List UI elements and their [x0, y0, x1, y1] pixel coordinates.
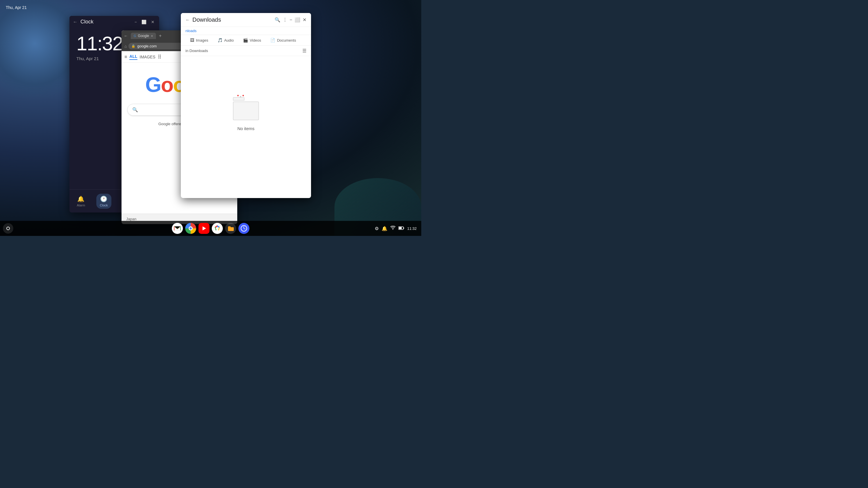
svg-rect-7 [404, 228, 404, 229]
settings-icon[interactable]: ⚙ [375, 226, 379, 231]
wifi-icon [390, 226, 396, 231]
downloads-more-button[interactable]: ⋮ [283, 17, 287, 23]
downloads-tab-videos[interactable]: 🎬 Videos [239, 35, 266, 45]
clock-nav-clock-label: Clock [100, 203, 108, 207]
downloads-search-button[interactable]: 🔍 [275, 17, 280, 23]
google-apps-icon[interactable]: ⠿ [158, 54, 161, 60]
clock-nav-alarm[interactable]: 🔔 Alarm [73, 194, 89, 209]
wifi-signal-icon [390, 226, 396, 230]
browser-tab-label: Google [138, 34, 149, 38]
folder-tab-shape [233, 97, 245, 101]
clock-close-button[interactable]: ✕ [150, 19, 156, 25]
taskbar-app-photos[interactable] [212, 223, 223, 234]
browser-tab-google[interactable]: G Google ✕ [131, 33, 156, 39]
google-menu-icon[interactable]: ≡ [124, 54, 127, 60]
taskbar-status-area: ⚙ 🔔 11:32 [375, 226, 416, 231]
documents-tab-icon: 📄 [270, 38, 275, 42]
svg-rect-8 [399, 227, 402, 229]
downloads-tabs: 🖼 Images 🎵 Audio 🎬 Videos 📄 Documents [181, 35, 311, 46]
downloads-minimize-button[interactable]: − [290, 18, 292, 23]
taskbar-app-chrome[interactable] [185, 223, 196, 234]
downloads-tab-audio[interactable]: 🎵 Audio [213, 35, 239, 45]
browser-new-tab-button[interactable]: + [157, 33, 163, 39]
downloads-empty-state: No items [181, 56, 311, 172]
folder-dot-1 [237, 95, 239, 96]
images-tab-label: Images [196, 38, 208, 42]
clock-maximize-button[interactable]: ⬜ [140, 19, 148, 25]
downloads-list-header: in Downloads ☰ [181, 46, 311, 56]
videos-tab-icon: 🎬 [243, 38, 248, 42]
notification-icon[interactable]: 🔔 [382, 226, 388, 231]
battery-level-icon [398, 226, 404, 230]
taskbar-app-clock[interactable] [239, 223, 249, 234]
desktop-datetime: Thu, Apr 21 [6, 5, 27, 10]
alarm-icon: 🔔 [77, 195, 85, 202]
clock-date-display: Thu, Apr 21 [76, 56, 99, 61]
clock-minimize-button[interactable]: − [133, 19, 138, 25]
audio-tab-label: Audio [224, 38, 234, 42]
taskbar-app-youtube[interactable] [198, 223, 210, 234]
browser-tab-close-icon[interactable]: ✕ [151, 34, 153, 38]
downloads-titlebar: ← Downloads 🔍 ⋮ − ⬜ ✕ [181, 13, 311, 27]
chrome-inner-circle [189, 226, 193, 230]
downloads-window: ← Downloads 🔍 ⋮ − ⬜ ✕ nloads 🖼 Images 🎵 … [181, 13, 311, 198]
folder-dot-3 [243, 95, 244, 96]
browser-home-button[interactable]: ⌂ [124, 44, 127, 48]
clock-win-controls: − ⬜ ✕ [133, 19, 156, 25]
lock-icon: 🔒 [131, 44, 135, 48]
clock-nav-clock[interactable]: 🕐 Clock [96, 194, 112, 209]
gmail-icon [172, 223, 183, 234]
downloads-search-text: in Downloads [185, 48, 208, 53]
clock-titlebar: ← Clock − ⬜ ✕ [69, 16, 159, 28]
svg-point-3 [216, 227, 219, 230]
taskbar-time: 11:32 [407, 226, 416, 231]
browser-url-text: google.com [137, 44, 157, 48]
taskbar: ⚙ 🔔 11:32 [0, 221, 421, 236]
taskbar-app-files[interactable] [225, 223, 236, 234]
taskbar-app-gmail[interactable] [172, 223, 183, 234]
clock-back-button[interactable]: ← [73, 20, 78, 25]
downloads-list-view-icon[interactable]: ☰ [302, 48, 306, 54]
windows-container: ← Clock − ⬜ ✕ 11:32 AM Thu, Apr 21 + 🔔 A… [0, 0, 421, 236]
images-tab-icon: 🖼 [190, 38, 194, 42]
google-images-link[interactable]: IMAGES [140, 55, 155, 59]
launcher-dot-icon [6, 227, 10, 230]
downloads-back-button[interactable]: ← [185, 18, 190, 23]
google-favicon-icon: G [134, 34, 136, 38]
google-logo-o1: o [161, 73, 173, 96]
browser-footer-text: Japan [126, 217, 136, 221]
downloads-maximize-button[interactable]: ⬜ [294, 17, 300, 23]
empty-folder-icon [231, 97, 260, 120]
search-icon: 🔍 [132, 107, 138, 112]
youtube-play-icon [203, 226, 206, 230]
audio-tab-icon: 🎵 [218, 38, 222, 42]
downloads-tab-documents[interactable]: 📄 Documents [266, 35, 301, 45]
downloads-win-controls: 🔍 ⋮ − ⬜ ✕ [275, 17, 306, 23]
breadcrumb-text[interactable]: nloads [185, 29, 196, 33]
clock-time-value: 11:32 [76, 34, 123, 53]
google-logo-g: G [145, 73, 161, 96]
browser-back-button[interactable]: ← [124, 34, 128, 38]
chrome-icon [185, 223, 196, 234]
videos-tab-label: Videos [250, 38, 261, 42]
clock-icon: 🕐 [100, 195, 107, 202]
downloads-no-items-text: No items [237, 126, 254, 131]
downloads-breadcrumb: nloads [181, 27, 311, 35]
files-icon [225, 223, 236, 234]
taskbar-launcher-button[interactable] [3, 223, 13, 234]
clock-app-icon [241, 225, 247, 232]
photos-icon [212, 223, 223, 234]
clock-nav-alarm-label: Alarm [77, 203, 85, 207]
downloads-close-button[interactable]: ✕ [303, 17, 306, 23]
battery-icon [398, 226, 404, 231]
clock-window-title: Clock [81, 19, 93, 25]
downloads-tab-images[interactable]: 🖼 Images [185, 35, 213, 45]
downloads-window-title: Downloads [192, 17, 272, 23]
google-all-link[interactable]: ALL [129, 54, 137, 60]
folder-body-shape [233, 101, 259, 120]
documents-tab-label: Documents [277, 38, 296, 42]
